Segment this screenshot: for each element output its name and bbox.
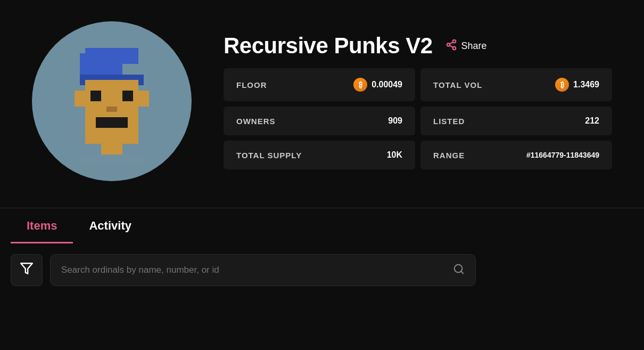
- stat-value-owners: 909: [388, 116, 402, 126]
- tab-activity[interactable]: Activity: [73, 208, 147, 243]
- svg-rect-11: [85, 133, 138, 144]
- btc-icon-vol: ₿: [555, 78, 569, 92]
- tab-items[interactable]: Items: [11, 208, 73, 243]
- stat-card-floor: FLOOR ₿ 0.00049: [224, 68, 415, 101]
- stat-card-total-vol: TOTAL VOL ₿ 1.3469: [420, 68, 612, 101]
- search-icon[interactable]: [453, 263, 465, 278]
- btc-icon-floor: ₿: [353, 78, 367, 92]
- stat-value-listed: 212: [585, 116, 599, 126]
- stat-label-total-supply: TOTAL SUPPLY: [236, 151, 302, 160]
- collection-title: Recursive Punks V2: [224, 33, 433, 59]
- stat-value-range: #11664779-11843649: [526, 151, 599, 159]
- share-label: Share: [461, 40, 487, 52]
- stat-value-total-supply: 10K: [387, 150, 402, 160]
- stat-card-total-supply: TOTAL SUPPLY 10K: [224, 141, 415, 169]
- stat-label-owners: OWNERS: [236, 117, 276, 126]
- svg-line-19: [449, 45, 452, 47]
- title-row: Recursive Punks V2 Share: [224, 33, 612, 59]
- filter-icon: [20, 262, 34, 279]
- svg-rect-13: [75, 91, 85, 107]
- svg-line-20: [449, 42, 452, 44]
- stat-label-range: RANGE: [433, 151, 465, 160]
- punk-pixel-art: [48, 37, 176, 165]
- svg-rect-10: [96, 117, 128, 128]
- hero-section: Recursive Punks V2 Share FLOO: [0, 0, 644, 208]
- svg-rect-12: [101, 144, 122, 154]
- svg-rect-15: [80, 154, 144, 165]
- collection-info: Recursive Punks V2 Share FLOO: [224, 33, 612, 169]
- svg-rect-14: [138, 91, 149, 107]
- avatar: [32, 21, 192, 181]
- tabs-row: Items Activity: [11, 208, 644, 243]
- avatar-container: [32, 21, 192, 181]
- stat-card-listed: LISTED 212: [420, 107, 612, 135]
- search-input[interactable]: [61, 265, 453, 275]
- stat-value-total-vol: ₿ 1.3469: [555, 78, 599, 92]
- stat-card-owners: OWNERS 909: [224, 107, 415, 135]
- stat-label-total-vol: TOTAL VOL: [433, 80, 482, 89]
- svg-rect-9: [106, 107, 117, 112]
- stat-label-listed: LISTED: [433, 117, 465, 126]
- svg-line-23: [461, 271, 463, 273]
- share-button[interactable]: Share: [445, 39, 487, 53]
- search-bar: [50, 254, 476, 286]
- search-section: [0, 243, 644, 297]
- svg-rect-7: [90, 91, 101, 101]
- share-icon: [445, 39, 457, 53]
- stat-label-floor: FLOOR: [236, 80, 267, 89]
- stats-grid: FLOOR ₿ 0.00049 TOTAL VOL ₿ 1.3469 OWNER…: [224, 68, 612, 169]
- stat-card-range: RANGE #11664779-11843649: [420, 141, 612, 169]
- svg-marker-21: [21, 263, 32, 274]
- filter-button[interactable]: [11, 254, 43, 286]
- stat-value-floor: ₿ 0.00049: [353, 78, 402, 92]
- svg-rect-8: [122, 91, 133, 101]
- tabs-section: Items Activity: [0, 208, 644, 243]
